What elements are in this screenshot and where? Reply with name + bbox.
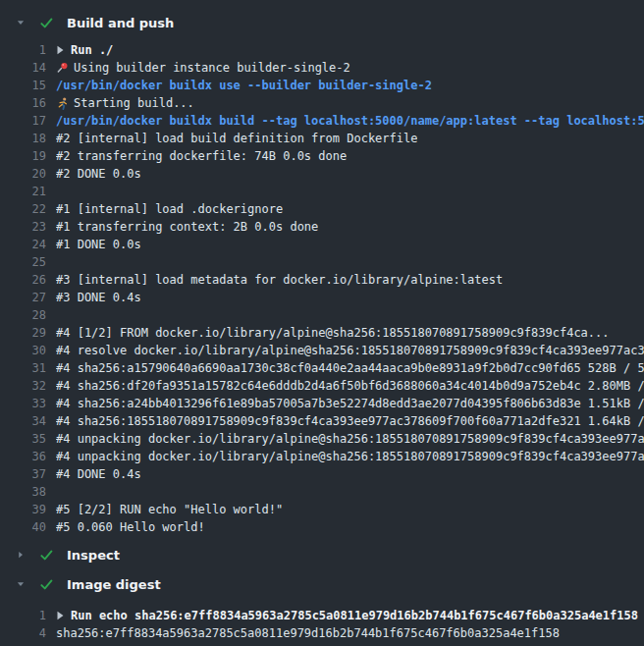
line-number[interactable]: 38 — [0, 483, 46, 501]
log-text-content: #2 [internal] load build definition from… — [56, 130, 417, 147]
line-number[interactable]: 27 — [0, 289, 46, 306]
log-text-content: #3 [internal] load metadata for docker.i… — [56, 271, 503, 289]
log-line: 1Run echo sha256:e7ff8834a5963a2785c5a08… — [0, 607, 644, 624]
log-line: 29#4 [1/2] FROM docker.io/library/alpine… — [0, 324, 644, 342]
log-line: 26#3 [internal] load metadata for docker… — [0, 271, 644, 289]
log-text: #2 transferring dockerfile: 74B 0.0s don… — [56, 147, 347, 165]
log-line: 28 — [0, 306, 644, 324]
line-number[interactable]: 22 — [0, 200, 46, 218]
line-number[interactable]: 24 — [0, 236, 46, 253]
line-number[interactable]: 20 — [0, 165, 46, 183]
log-text-content: #4 resolve docker.io/library/alpine@sha2… — [56, 342, 644, 359]
log-line: 36#4 unpacking docker.io/library/alpine@… — [0, 448, 644, 465]
log-text-content: #5 [2/2] RUN echo "Hello world!" — [56, 501, 283, 518]
expand-arrow-icon[interactable] — [56, 45, 65, 55]
log-text: #5 [2/2] RUN echo "Hello world!" — [56, 501, 283, 518]
log-text: #4 sha256:a15790640a6690aa1730c38cf0a440… — [56, 359, 644, 377]
log-text-content: #4 unpacking docker.io/library/alpine@sh… — [56, 430, 644, 448]
runner-icon — [56, 97, 69, 110]
log-text: Starting build... — [56, 94, 194, 112]
line-number[interactable]: 37 — [0, 465, 46, 483]
log-line: 37#4 DONE 0.4s — [0, 465, 644, 483]
log-text: #1 transferring context: 2B 0.0s done — [56, 218, 318, 236]
log-text: #5 0.060 Hello world! — [56, 518, 205, 536]
chevron-right-icon[interactable] — [16, 550, 27, 560]
line-number[interactable]: 40 — [0, 518, 46, 536]
log-text-content: Using builder instance builder-single-2 — [74, 59, 350, 77]
log-text: #4 unpacking docker.io/library/alpine@sh… — [56, 430, 644, 448]
log-text-content: #3 DONE 0.4s — [56, 289, 141, 306]
line-number[interactable]: 1 — [0, 41, 46, 59]
log-text-content: #2 transferring dockerfile: 74B 0.0s don… — [56, 147, 347, 165]
log-text: #3 [internal] load metadata for docker.i… — [56, 271, 503, 289]
log-text-content: /usr/bin/docker buildx build --tag local… — [56, 112, 644, 130]
line-number[interactable]: 17 — [0, 112, 46, 130]
check-icon — [39, 16, 55, 30]
section-header-inspect[interactable]: Inspect — [0, 540, 644, 569]
line-number[interactable]: 31 — [0, 359, 46, 377]
log-text-content: #1 transferring context: 2B 0.0s done — [56, 218, 318, 236]
log-line: 21 — [0, 183, 644, 200]
line-number[interactable]: 16 — [0, 94, 46, 112]
log-line: 32#4 sha256:df20fa9351a15782c64e6dddb2d4… — [0, 377, 644, 395]
log-lines-build-and-push: 1Run ./14Using builder instance builder-… — [0, 37, 644, 540]
line-number[interactable]: 26 — [0, 271, 46, 289]
log-text: #4 resolve docker.io/library/alpine@sha2… — [56, 342, 644, 359]
expand-arrow-icon[interactable] — [56, 611, 65, 620]
log-line: 39#5 [2/2] RUN echo "Hello world!" — [0, 501, 644, 518]
log-line: 17/usr/bin/docker buildx build --tag loc… — [0, 112, 644, 130]
line-number[interactable]: 19 — [0, 147, 46, 165]
log-text: #3 DONE 0.4s — [56, 289, 141, 306]
log-text-content: #1 [internal] load .dockerignore — [56, 200, 283, 218]
line-number[interactable]: 4 — [0, 624, 46, 642]
log-line: 19#2 transferring dockerfile: 74B 0.0s d… — [0, 147, 644, 165]
log-line: 27#3 DONE 0.4s — [0, 289, 644, 306]
line-number[interactable]: 29 — [0, 324, 46, 342]
section-header-image-digest[interactable]: Image digest — [0, 569, 644, 599]
log-text: #4 sha256:185518070891758909c9f839cf4ca3… — [56, 412, 644, 430]
log-text-content: /usr/bin/docker buildx use --builder bui… — [56, 77, 432, 94]
line-number[interactable]: 33 — [0, 395, 46, 412]
check-icon — [39, 548, 55, 563]
log-lines-image-digest: 1Run echo sha256:e7ff8834a5963a2785c5a08… — [0, 599, 644, 646]
log-text-content: Starting build... — [74, 94, 194, 112]
log-text: sha256:e7ff8834a5963a2785c5a0811e979d16b… — [56, 624, 560, 642]
line-number[interactable]: 1 — [0, 607, 46, 624]
line-number[interactable]: 15 — [0, 77, 46, 94]
log-text-content: Run ./ — [71, 41, 113, 59]
line-number[interactable]: 18 — [0, 130, 46, 147]
line-number[interactable]: 28 — [0, 306, 46, 324]
log-text: #4 DONE 0.4s — [56, 465, 141, 483]
chevron-down-icon[interactable] — [16, 18, 27, 27]
section-title: Build and push — [67, 16, 174, 30]
pushpin-icon — [56, 62, 69, 75]
line-number[interactable]: 32 — [0, 377, 46, 395]
line-number[interactable]: 35 — [0, 430, 46, 448]
line-number[interactable]: 14 — [0, 59, 46, 77]
line-number[interactable]: 39 — [0, 501, 46, 518]
log-text: #4 [1/2] FROM docker.io/library/alpine@s… — [56, 324, 610, 342]
log-text: Run echo sha256:e7ff8834a5963a2785c5a081… — [56, 607, 638, 624]
log-text-content: Run echo sha256:e7ff8834a5963a2785c5a081… — [71, 607, 638, 624]
line-number[interactable]: 30 — [0, 342, 46, 359]
log-line: 20#2 DONE 0.0s — [0, 165, 644, 183]
line-number[interactable]: 21 — [0, 183, 46, 200]
section-title: Inspect — [67, 548, 120, 563]
log-text-content: #4 sha256:a15790640a6690aa1730c38cf0a440… — [56, 359, 644, 377]
log-text: Using builder instance builder-single-2 — [56, 59, 350, 77]
line-number[interactable]: 36 — [0, 448, 46, 465]
log-text: Run ./ — [56, 41, 113, 59]
line-number[interactable]: 23 — [0, 218, 46, 236]
line-number[interactable]: 34 — [0, 412, 46, 430]
chevron-down-icon[interactable] — [16, 579, 27, 589]
log-text-content: #4 DONE 0.4s — [56, 465, 141, 483]
line-number[interactable]: 25 — [0, 253, 46, 271]
log-line: 30#4 resolve docker.io/library/alpine@sh… — [0, 342, 644, 359]
log-text-content: #4 sha256:df20fa9351a15782c64e6dddb2d4a6… — [56, 377, 644, 395]
section-title: Image digest — [67, 577, 161, 592]
log-text: #4 sha256:df20fa9351a15782c64e6dddb2d4a6… — [56, 377, 644, 395]
log-text-content: #1 DONE 0.0s — [56, 236, 141, 253]
log-line: 18#2 [internal] load build definition fr… — [0, 130, 644, 147]
section-header-build-and-push[interactable]: Build and push — [0, 8, 644, 37]
log-text: /usr/bin/docker buildx build --tag local… — [56, 112, 644, 130]
